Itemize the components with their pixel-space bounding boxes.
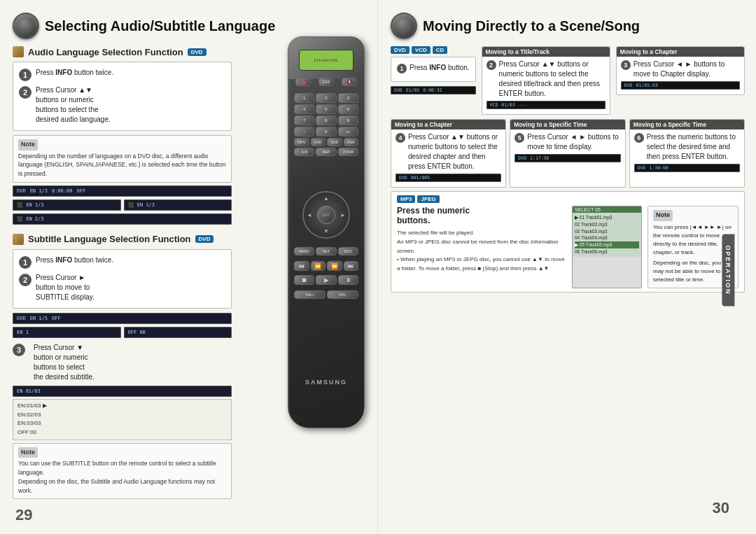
remote-btn-repeat[interactable]: REP	[316, 148, 336, 156]
right-page-inner: OPERATION Moving Directly to a Scene/Son…	[391, 13, 745, 527]
audio-osd-en1: ⬛ EN 1/3	[17, 202, 44, 208]
mp3-file-6: 06 Track06.mp3	[575, 248, 639, 255]
remote-btn-0[interactable]: 0	[316, 127, 336, 136]
remote-btn-angle[interactable]: ANG	[344, 138, 359, 146]
right-page: OPERATION Moving Directly to a Scene/Son…	[378, 0, 756, 534]
subtitle-step3-text: Press Cursor ▼button or numericbuttons t…	[34, 343, 94, 382]
chapter-left-osd: DVD 001/005	[396, 174, 501, 182]
remote-btn-menu[interactable]: MENU	[294, 247, 314, 255]
right-step1-row: 1 Press INFO button.	[397, 63, 470, 73]
right-note-title: Note	[653, 210, 673, 221]
remote-btn-power[interactable]: ⏻	[295, 78, 311, 86]
remote-btn-audio[interactable]: AUD	[311, 138, 326, 146]
remote-btn-6[interactable]: 6	[338, 104, 358, 114]
specific-time-mid-title: Moving to a Specific Time	[510, 120, 624, 129]
remote-display-text: CH+CH-VOL	[314, 58, 339, 62]
audio-osd-dvd-label: DVD	[17, 188, 26, 194]
remote-btn-stop[interactable]: ⏹	[294, 275, 314, 285]
tt-osd-3: ---	[519, 102, 527, 108]
remote-btn-prev[interactable]: ⏮	[294, 261, 309, 271]
dpad-left-icon[interactable]: ◄	[307, 212, 312, 218]
mp3-section: MP3 JPEG Press the numericbuttons. The s…	[391, 191, 745, 293]
remote-btn-9[interactable]: 9	[338, 115, 358, 125]
left-page-title-block: Selecting Audio/Subtitle Language	[13, 13, 366, 39]
remote-dpad[interactable]: ▲ ▼ ◄ ► ENT	[302, 191, 350, 239]
chapter-left-cell: Moving to a Chapter 4 Press Cursor ▲▼ bu…	[391, 119, 506, 188]
mp3-screen: SELECT 05 ▶ 01 Track01.mp3 02 Track02.mp…	[572, 206, 642, 288]
title-track-step2-text: Press Cursor ▲▼ buttons or numeric butto…	[499, 59, 606, 99]
stm-osd-2: 1:17:56	[530, 155, 549, 161]
chapter-right-step3-num: 3	[621, 60, 631, 70]
dpad-enter[interactable]: ENT	[317, 206, 335, 224]
remote-btn-8[interactable]: 8	[316, 115, 336, 125]
chapter-right-step3: 3 Press Cursor ◄ ► buttons to move to Ch…	[621, 59, 740, 79]
remote-btn-ret[interactable]: RET	[316, 247, 336, 255]
subtitle-section-badge: DVD	[195, 235, 214, 243]
title-track-step2-num: 2	[486, 60, 496, 70]
dpad-up-icon[interactable]: ▲	[323, 195, 329, 202]
remote-btn-7[interactable]: 7	[294, 115, 314, 125]
audio-osd-etc1: OFF	[76, 188, 85, 194]
remote-btn-next[interactable]: ⏭	[344, 261, 359, 271]
audio-osd-label1: EN 1/3	[30, 188, 48, 194]
audio-section-title: Audio Language Selection Function	[28, 47, 183, 57]
remote-btn-sub[interactable]: SUB	[327, 138, 342, 146]
remote-btn-2[interactable]: 2	[316, 93, 336, 103]
remote-btn-4[interactable]: 4	[294, 104, 314, 114]
remote-btn-minus[interactable]: -	[294, 127, 314, 136]
mp3-main-text: Press the numericbuttons.	[397, 206, 566, 225]
remote-btn-vol-minus[interactable]: VOL-	[327, 290, 358, 299]
audio-steps-area: 1 Press INFO button twice. 2 Press Curso…	[13, 62, 232, 227]
remote-btn-pause[interactable]: ⏸	[338, 275, 358, 285]
subtitle-step1-text: Press INFO button twice.	[36, 255, 113, 265]
mp3-badge: MP3	[397, 195, 415, 203]
audio-osd-bar3: ⬛ EN 1/3	[124, 199, 232, 211]
power-icon: ⏻	[301, 80, 306, 85]
remote-numpad-area: 1 2 3 4 5 6 7 8 9 - 0 ↩	[294, 93, 358, 157]
badge-cd: CD	[433, 46, 448, 54]
dpad-right-icon[interactable]: ►	[340, 212, 346, 218]
right-step1-box: 1 Press INFO button.	[391, 57, 476, 82]
chapter-left-step4: 4 Press Cursor ▲▼ buttons or numeric but…	[396, 132, 501, 171]
title-track-cell: Moving to a Title/Track 2 Press Cursor ▲…	[482, 46, 610, 115]
audio-osd-row2: ⬛ EN 1/3 ⬛ EN 1/3	[13, 198, 232, 212]
dpad-down-icon[interactable]: ▼	[323, 228, 329, 234]
remote-btn-5[interactable]: 5	[316, 104, 336, 114]
mp3-text-area: Press the numericbuttons. The selected f…	[397, 206, 566, 288]
subtitle-step2-row: 2 Press Cursor ►button to move toSUBTITL…	[19, 273, 225, 302]
subtitle-step3-area: 3 Press Cursor ▼button or numericbuttons…	[13, 343, 232, 382]
remote-btn-3[interactable]: 3	[338, 93, 358, 103]
sub-item-4: OFF:00	[18, 428, 227, 437]
remote-play-btns: ⏹ ▶ ⏸	[294, 275, 358, 285]
remote-btn-ab[interactable]: A-B	[294, 148, 314, 156]
audio-note-text: Depending on the number of languages on …	[18, 152, 226, 178]
mp3-inner: Press the numericbuttons. The selected f…	[397, 206, 738, 288]
samsung-logo: SAMSUNG	[305, 379, 347, 386]
remote-btn-info[interactable]: INFO	[294, 138, 309, 146]
remote-btn-ffwd[interactable]: ⏩	[327, 261, 342, 271]
remote-btn-rewind[interactable]: ⏪	[311, 261, 326, 271]
remote-btn-vol-plus[interactable]: VOL+	[294, 290, 326, 299]
subtitle-step1-row: 1 Press INFO button twice.	[19, 255, 225, 269]
chapter-right-cell: Moving to a Chapter 3 Press Cursor ◄ ► b…	[616, 46, 745, 95]
audio-steps-box: 1 Press INFO button twice. 2 Press Curso…	[13, 62, 232, 131]
chapter-left-step4-text: Press Cursor ▲▼ buttons or numeric butto…	[408, 132, 501, 171]
subtitle-steps-area: 1 Press INFO button twice. 2 Press Curso…	[13, 249, 232, 503]
title-track-title: Moving to a Title/Track	[482, 47, 610, 57]
specific-time-right-step6: 6 Press the numeric buttons to select th…	[634, 132, 740, 162]
remote-btn-disc[interactable]: DISC	[338, 247, 358, 255]
mp3-note3: • When playing an MP3 or JEPG disc, you …	[397, 255, 566, 274]
remote-btn-sleep[interactable]: ZZZ	[318, 78, 334, 86]
remote-btn-1[interactable]: 1	[294, 93, 314, 103]
chapter-right-title: Moving to a Chapter	[617, 47, 744, 57]
audio-osd-area: DVD EN 1/3 0:00:00 OFF ⬛ EN 1/3 ⬛ EN 1/3	[13, 185, 232, 225]
remote-btn-return[interactable]: ↩	[338, 127, 358, 136]
specific-time-mid-step5: 5 Press Cursor ◄ ► buttons to move to ti…	[514, 132, 620, 152]
remote-btn-play[interactable]: ▶	[316, 275, 336, 285]
audio-step2-row: 2 Press Cursor ▲▼buttons or numericbutto…	[19, 85, 225, 125]
remote-btn-mute[interactable]: 🔇	[342, 78, 357, 86]
mp3-file-2: 02 Track02.mp3	[575, 221, 639, 228]
tt-osd-2: 01/03	[501, 102, 515, 108]
title-track-osd: VCD 01/03 ---	[486, 101, 606, 109]
remote-btn-zoom[interactable]: ZOOM	[338, 148, 358, 156]
